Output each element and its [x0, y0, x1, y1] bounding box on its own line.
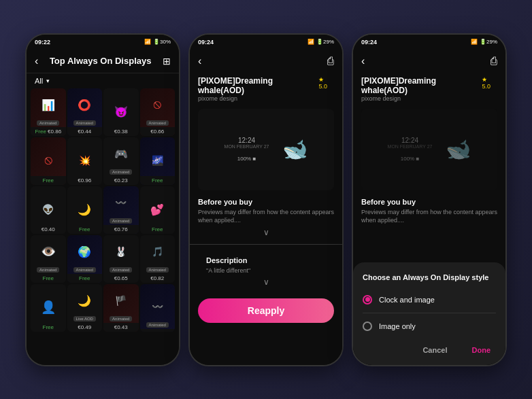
price-tag: [140, 329, 176, 332]
rating-badge-3: ★ 5.0: [482, 76, 497, 90]
expand-icon[interactable]: ∨: [190, 225, 342, 240]
price-tag: Free: [140, 225, 176, 234]
whale-preview: 🐋: [282, 137, 307, 161]
description-title: Description: [198, 252, 334, 266]
list-item[interactable]: 💥 €0.96: [67, 137, 103, 185]
heart-icon: 💕: [150, 203, 164, 216]
animated-badge: Animated: [110, 218, 132, 224]
app-title-section-3: [PIXOME]Dreaming whale(AOD) pixome desig…: [353, 73, 505, 105]
list-item[interactable]: 🌌 Free: [140, 137, 176, 185]
list-item[interactable]: 🌙 Free: [67, 186, 103, 234]
list-item[interactable]: 💕 Free: [140, 186, 176, 234]
moon-icon: 🌙: [78, 203, 91, 216]
before-buy-title-3: Before you buy: [353, 194, 505, 208]
app-title-section: [PIXOME]Dreaming whale(AOD) pixome desig…: [190, 73, 342, 105]
list-item[interactable]: 〰️ Animated €0.76: [103, 186, 139, 234]
done-button[interactable]: Done: [467, 343, 497, 357]
developer-name-3: pixome design: [361, 95, 482, 102]
items-grid: 📊 Animated Free €0.86 ⭕ Animated €0.44 😈…: [27, 88, 179, 332]
radio-inner-dot: [365, 297, 370, 302]
list-item[interactable]: 😈 €0.38: [103, 88, 139, 136]
list-item[interactable]: 🎮 Animated €0.23: [103, 137, 139, 185]
screen2-content: ‹ ⎙ [PIXOME]Dreaming whale(AOD) pixome d…: [190, 50, 342, 365]
status-bar-1: 09:22 📶 🔋30%: [27, 35, 179, 50]
status-icons-3: 📶 🔋29%: [471, 39, 497, 45]
back-icon-3[interactable]: ‹: [361, 55, 365, 67]
list-item[interactable]: 👤 Free: [31, 284, 66, 332]
list-item[interactable]: 👁️ Animated Free: [31, 235, 66, 283]
list-item[interactable]: 🎵 Animated €0.82: [140, 235, 176, 283]
price-tag: €0.96: [67, 176, 103, 185]
list-item[interactable]: 🏴 Animated €0.43: [103, 284, 139, 332]
filter-dropdown-icon[interactable]: ▾: [46, 77, 50, 84]
phone-1: 09:22 📶 🔋30% ‹ Top Always On Displays ⊞ …: [25, 33, 180, 366]
price-tag: Free: [31, 274, 66, 283]
time-2: 09:24: [198, 39, 214, 46]
list-item[interactable]: 🚫 Animated €0.66: [140, 88, 176, 136]
share-icon[interactable]: ⎙: [327, 55, 334, 67]
price-tag: €0.76: [103, 225, 139, 234]
radio-unselected-icon[interactable]: [363, 322, 372, 331]
cancel-button[interactable]: Cancel: [417, 343, 452, 357]
whale-preview-3: 🐋: [446, 137, 471, 161]
reapply-button[interactable]: Reapply: [198, 298, 334, 323]
status-icons-1: 📶 🔋30%: [144, 39, 171, 45]
divider: [190, 244, 342, 245]
list-item[interactable]: ⭕ Animated €0.44: [67, 88, 103, 136]
animated-badge: Animated: [73, 267, 96, 273]
preview-area: 12:24 MON FEBRUARY 27 100% ■ 🐋: [198, 109, 334, 190]
description-text: "A little different": [198, 266, 334, 275]
price-tag: €0.49: [67, 323, 103, 332]
before-buy-text-3: Previews may differ from how the content…: [353, 208, 505, 225]
before-buy-title: Before you buy: [190, 194, 342, 208]
wave-icon: 〰️: [152, 301, 163, 312]
animated-badge: Animated: [37, 120, 59, 126]
price-tag: Free: [31, 323, 66, 332]
alien-icon: 👽: [42, 204, 54, 215]
status-icons-2: 📶 🔋29%: [307, 39, 334, 45]
modal-title: Choose an Always On Display style: [363, 273, 496, 281]
phone-2: 09:24 📶 🔋29% ‹ ⎙ [PIXOME]Dreaming whale(…: [188, 33, 344, 366]
list-item[interactable]: 🌙 Live AOD €0.49: [67, 284, 103, 332]
eye-icon: 👁️: [41, 244, 56, 259]
list-item[interactable]: 👽 €0.40: [31, 186, 66, 234]
developer-name: pixome design: [198, 95, 318, 102]
touch-icon: 🚫: [153, 101, 161, 109]
price-tag: €0.43: [103, 323, 139, 332]
list-item[interactable]: 🐰 Animated €0.65: [103, 235, 139, 283]
p3-header: ‹ ⎙: [353, 50, 505, 73]
list-item[interactable]: 🚫 Free: [31, 137, 66, 185]
animated-badge: Animated: [37, 267, 59, 273]
option-clock-and-image[interactable]: Clock and image: [363, 291, 496, 309]
price-tag: €0.66: [140, 127, 176, 136]
description-section: Description "A little different" ∨: [190, 249, 342, 294]
filter-label[interactable]: All: [35, 77, 43, 85]
desc-expand-icon[interactable]: ∨: [198, 275, 334, 290]
app-name-3: [PIXOME]Dreaming whale(AOD): [361, 76, 482, 95]
app-name: [PIXOME]Dreaming whale(AOD): [198, 76, 318, 95]
share-icon-3[interactable]: ⎙: [491, 55, 497, 67]
animated-badge: Animated: [146, 120, 169, 126]
list-item[interactable]: 📊 Animated Free €0.86: [31, 88, 66, 136]
sound-icon: 📊: [41, 99, 55, 111]
face-icon: 😈: [114, 105, 128, 118]
rating-badge: ★ 5.0: [318, 76, 334, 90]
status-bar-2: 09:24 📶 🔋29%: [190, 35, 342, 50]
p1-header: ‹ Top Always On Displays ⊞: [27, 50, 179, 73]
screens-container: 09:22 📶 🔋30% ‹ Top Always On Displays ⊞ …: [0, 0, 532, 399]
page-title: Top Always On Displays: [50, 56, 152, 66]
back-icon-2[interactable]: ‹: [198, 55, 201, 67]
list-item[interactable]: 🌍 Animated Free: [67, 235, 103, 283]
radio-selected-icon[interactable]: [363, 295, 372, 305]
back-icon[interactable]: ‹: [35, 55, 38, 67]
before-buy-text: Previews may differ from how the content…: [190, 208, 342, 225]
option-image-only[interactable]: Image only: [363, 317, 496, 335]
price-tag: Free: [67, 274, 103, 283]
clock-preview: 12:24 MON FEBRUARY 27 100% ■: [225, 137, 269, 162]
price-tag: €0.23: [103, 176, 139, 185]
style-chooser-modal: Choose an Always On Display style Clock …: [353, 262, 505, 365]
game-icon: 🎮: [114, 148, 128, 160]
grid-toggle-icon[interactable]: ⊞: [163, 56, 171, 67]
time-3: 09:24: [361, 39, 377, 46]
list-item[interactable]: 〰️ Animated: [140, 284, 176, 332]
